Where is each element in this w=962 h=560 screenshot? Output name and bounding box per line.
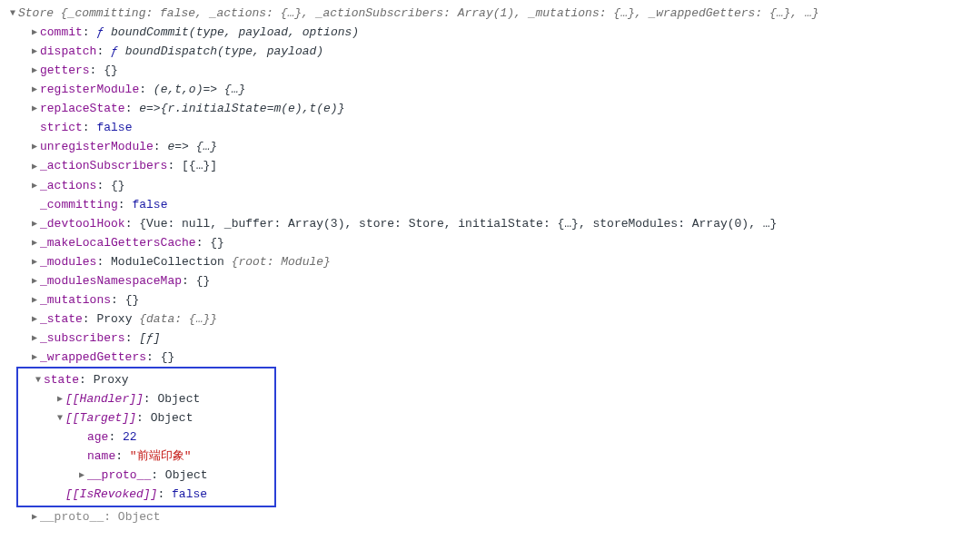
expand-arrow-right-icon[interactable]: ▶ — [29, 80, 40, 99]
prop-key: [[Handler]] — [65, 392, 144, 406]
prop-key: _subscribers — [40, 331, 125, 345]
expand-arrow-right-icon[interactable]: ▶ — [29, 348, 40, 367]
expand-arrow-down-icon[interactable]: ▼ — [33, 370, 44, 389]
prop-preview: {root: Module} — [232, 255, 331, 269]
expand-arrow-down-icon[interactable]: ▼ — [55, 408, 65, 427]
prop-key: __proto__ — [40, 510, 104, 524]
prop-row[interactable]: ▶_state: Proxy {data: {…}} — [7, 309, 955, 329]
prop-key: strict — [40, 121, 83, 134]
expand-arrow-right-icon[interactable]: ▶ — [76, 466, 87, 485]
prop-value: {} — [125, 293, 140, 307]
expand-arrow-right-icon[interactable]: ▶ — [29, 157, 40, 176]
prop-value: 22 — [123, 430, 137, 444]
prop-name[interactable]: name: "前端印象" — [20, 447, 273, 466]
prop-state[interactable]: ▼state: Proxy — [20, 370, 273, 389]
expand-arrow-right-icon[interactable]: ▶ — [29, 99, 40, 118]
prop-value: false — [172, 487, 207, 501]
expand-arrow-right-icon[interactable]: ▶ — [29, 290, 40, 309]
expand-arrow-right-icon[interactable]: ▶ — [29, 137, 40, 156]
prop-value: ModuleCollection — [111, 255, 232, 269]
prop-row[interactable]: _committing: false — [7, 195, 955, 214]
prop-key: [[Target]] — [65, 411, 136, 425]
console-object-tree: ▼Store {_committing: false, _actions: {…… — [7, 4, 955, 526]
function-signature: e=>{r.initialState=m(e),t(e)} — [139, 102, 344, 115]
prop-value: {Vue: null, _buffer: Array(3), store: St… — [139, 217, 777, 231]
prop-value: false — [96, 121, 132, 134]
prop-value: {} — [210, 236, 224, 250]
expand-arrow-right-icon[interactable]: ▶ — [29, 176, 40, 195]
prop-row[interactable]: ▶_wrappedGetters: {} — [7, 348, 955, 367]
expand-arrow-right-icon[interactable]: ▶ — [29, 271, 40, 290]
prop-key: _state — [40, 312, 83, 326]
function-signature: (e,t,o)=> {…} — [154, 83, 245, 96]
prop-proto-end[interactable]: ▶__proto__: Object — [7, 507, 955, 526]
expand-arrow-right-icon[interactable]: ▶ — [29, 309, 40, 329]
prop-row[interactable]: ▶replaceState: e=>{r.initialState=m(e),t… — [7, 99, 955, 118]
expand-arrow-right-icon[interactable]: ▶ — [55, 389, 65, 408]
expand-arrow-down-icon[interactable]: ▼ — [7, 4, 18, 23]
prop-row[interactable]: ▶commit: ƒ boundCommit(type, payload, op… — [7, 23, 955, 42]
prop-value: "前端印象" — [130, 449, 192, 463]
prop-age[interactable]: age: 22 — [20, 427, 273, 447]
prop-value: {} — [161, 350, 175, 364]
expand-arrow-right-icon[interactable]: ▶ — [29, 252, 40, 271]
function-signature: boundCommit(type, payload, options) — [104, 25, 359, 39]
prop-row[interactable]: ▶_actions: {} — [7, 176, 955, 195]
expand-arrow-right-icon[interactable]: ▶ — [29, 329, 40, 348]
expand-arrow-right-icon[interactable]: ▶ — [29, 23, 40, 42]
function-signature: [ƒ] — [139, 331, 160, 345]
prop-key: _devtoolHook — [40, 217, 125, 231]
prop-row[interactable]: ▶_modules: ModuleCollection {root: Modul… — [7, 252, 955, 271]
prop-target[interactable]: ▼[[Target]]: Object — [20, 408, 273, 427]
prop-key: _mutations — [40, 293, 111, 307]
prop-key: _wrappedGetters — [40, 350, 146, 364]
prop-key: name — [87, 449, 115, 463]
expand-arrow-right-icon[interactable]: ▶ — [29, 42, 40, 61]
prop-proto[interactable]: ▶__proto__: Object — [20, 466, 273, 485]
prop-key: dispatch — [40, 44, 96, 58]
function-signature: boundDispatch(type, payload) — [118, 44, 323, 58]
prop-value: {} — [196, 274, 211, 288]
prop-key: _makeLocalGettersCache — [40, 236, 196, 250]
prop-key: age — [87, 430, 108, 444]
prop-key: replaceState — [40, 102, 125, 115]
prop-value: Proxy — [94, 373, 129, 387]
prop-key: registerModule — [40, 83, 139, 96]
prop-row[interactable]: ▶_devtoolHook: {Vue: null, _buffer: Arra… — [7, 214, 955, 233]
prop-row[interactable]: ▶_mutations: {} — [7, 290, 955, 309]
prop-isrevoked[interactable]: [[IsRevoked]]: false — [20, 485, 273, 504]
prop-row[interactable]: ▶_modulesNamespaceMap: {} — [7, 271, 955, 290]
expand-arrow-right-icon[interactable]: ▶ — [29, 61, 40, 80]
prop-key: getters — [40, 64, 90, 77]
expand-arrow-right-icon[interactable]: ▶ — [29, 214, 40, 233]
prop-value: {} — [104, 64, 118, 77]
prop-row[interactable]: ▶_actionSubscribers: [{…}] — [7, 156, 955, 175]
root-class-name: Store — [18, 6, 54, 20]
prop-key: __proto__ — [87, 468, 151, 482]
prop-value: {} — [111, 179, 125, 192]
prop-row[interactable]: ▶getters: {} — [7, 61, 955, 80]
function-signature: e=> {…} — [167, 140, 217, 153]
prop-row[interactable]: strict: false — [7, 118, 955, 137]
prop-key: _actions — [40, 179, 96, 192]
prop-key: _actionSubscribers — [40, 159, 167, 172]
prop-value: Proxy — [96, 312, 139, 326]
prop-row[interactable]: ▶_subscribers: [ƒ] — [7, 329, 955, 348]
prop-value: false — [132, 198, 167, 211]
prop-handler[interactable]: ▶[[Handler]]: Object — [20, 389, 273, 408]
prop-value: Object — [165, 468, 208, 482]
prop-row[interactable]: ▶unregisterModule: e=> {…} — [7, 137, 955, 156]
root-line[interactable]: ▼Store {_committing: false, _actions: {…… — [7, 4, 955, 23]
prop-key: [[IsRevoked]] — [65, 487, 157, 501]
prop-key: _modulesNamespaceMap — [40, 274, 182, 288]
expand-arrow-right-icon[interactable]: ▶ — [29, 507, 40, 526]
expand-arrow-right-icon[interactable]: ▶ — [29, 233, 40, 252]
prop-key: _committing — [40, 198, 118, 211]
prop-row[interactable]: ▶registerModule: (e,t,o)=> {…} — [7, 80, 955, 99]
prop-value: Object — [157, 392, 200, 406]
prop-key: state — [44, 373, 79, 387]
prop-row[interactable]: ▶dispatch: ƒ boundDispatch(type, payload… — [7, 42, 955, 61]
root-preview: {_committing: false, _actions: {…}, _act… — [61, 6, 819, 20]
prop-row[interactable]: ▶_makeLocalGettersCache: {} — [7, 233, 955, 252]
prop-key: commit — [40, 25, 83, 39]
